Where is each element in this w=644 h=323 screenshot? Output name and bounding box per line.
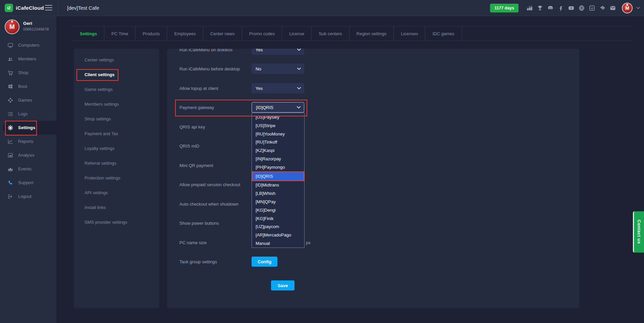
globe-icon[interactable]	[578, 5, 585, 11]
main-content: SettingsPC TimeProductsEmployeesCenter n…	[56, 16, 644, 323]
dropdown-option-us-paysley[interactable]: [US]Paysley	[252, 113, 304, 121]
contact-us-tab[interactable]: Contact us	[633, 211, 644, 253]
dropdown-option-id-qris[interactable]: [ID]QRIS	[252, 171, 304, 181]
settings-menu-item-referral-settings[interactable]: Referral settings	[74, 156, 159, 170]
tab-licenses[interactable]: Licenses	[394, 26, 425, 41]
cafe-title: [dev]Test Cafe	[67, 0, 99, 16]
run-icafemenu-on-diskless-select[interactable]: Yes	[252, 49, 304, 55]
cart-icon	[7, 70, 13, 76]
user-id: 008612345678	[23, 27, 49, 31]
save-button[interactable]: Save	[271, 280, 294, 290]
chevron-down-icon	[297, 106, 301, 109]
settings-menu-item-client-settings[interactable]: Client settings	[74, 67, 159, 82]
days-remaining-badge[interactable]: 1177 days	[490, 4, 519, 12]
sidebar-item-analysis[interactable]: Analysis	[0, 148, 56, 162]
sidebar: M Geri 008612345678 Computers Members Sh…	[0, 16, 56, 323]
config-button[interactable]: Config	[252, 257, 277, 267]
sidebar-item-logs[interactable]: Logs	[0, 107, 56, 121]
sidebar-item-logout[interactable]: Logout	[0, 190, 56, 203]
chart-line-icon	[7, 139, 13, 145]
dropdown-option-ar-mercadopago[interactable]: [AR]MercadoPago	[252, 231, 304, 239]
settings-menu-item-loyalty-settings[interactable]: Loyalty settings	[74, 141, 159, 156]
brand-name: iCafeCloud	[16, 5, 44, 11]
user-avatar[interactable]: M	[622, 3, 633, 13]
dropdown-option-kg-dengi[interactable]: [KG]Dengi	[252, 206, 304, 214]
sidebar-item-computers[interactable]: Computers	[0, 38, 56, 52]
tab-settings[interactable]: Settings	[73, 26, 104, 41]
phone-icon	[7, 180, 13, 186]
form-row-task-group-settings: Task group settings Config	[167, 252, 579, 272]
sidebar-item-shop[interactable]: Shop	[0, 66, 56, 79]
sidebar-avatar[interactable]: M	[5, 19, 19, 34]
settings-menu-item-shop-settings[interactable]: Shop settings	[74, 111, 159, 126]
chevron-down-icon	[297, 49, 301, 51]
tabs-bar: SettingsPC TimeProductsEmployeesCenter n…	[73, 26, 632, 41]
settings-menu-item-members-settings[interactable]: Members settings	[74, 97, 159, 111]
dropdown-option-us-stripe[interactable]: [US]Stripe	[252, 121, 304, 130]
tab-pc-time[interactable]: PC Time	[104, 26, 136, 41]
sidebar-item-boot[interactable]: Boot	[0, 79, 56, 93]
youtube-icon[interactable]	[568, 5, 575, 11]
logout-icon	[7, 194, 13, 200]
sidebar-item-support[interactable]: Support	[0, 176, 56, 190]
tab-license[interactable]: License	[282, 26, 312, 41]
dropdown-option-kz-kaspi[interactable]: [KZ]Kaspi	[252, 146, 304, 155]
tab-region-settings[interactable]: Region settings	[350, 26, 394, 41]
dropdown-option-ph-paymongo[interactable]: [PH]Paymongo	[252, 163, 304, 171]
ranking-icon[interactable]	[526, 5, 533, 11]
select-value: [ID]QRIS	[256, 105, 273, 110]
settings-submenu-panel: Center settings Client settings Game set…	[74, 49, 159, 308]
sidebar-item-members[interactable]: Members	[0, 52, 56, 66]
client-settings-form-panel: Run iCafeMenu on diskless Yes Run iCafeM…	[167, 49, 579, 308]
sidebar-item-settings[interactable]: Settings	[0, 121, 56, 134]
dropdown-option-lb-whish[interactable]: [LB]Whish	[252, 189, 304, 198]
dropdown-option-kg-finik[interactable]: [KG]Finik	[252, 214, 304, 223]
tab-employees[interactable]: Employees	[167, 26, 203, 41]
topbar: i2 iCafeCloud [dev]Test Cafe 1177 days i…	[0, 0, 644, 16]
chart-area-icon	[7, 152, 13, 158]
icafecloud-icon[interactable]: i2	[589, 5, 595, 11]
facebook-icon[interactable]	[557, 5, 564, 11]
members-icon	[7, 56, 13, 62]
settings-menu-item-game-settings[interactable]: Game settings	[74, 82, 159, 97]
trophy-icon[interactable]	[537, 5, 543, 11]
dropdown-option-ru-tinkoff[interactable]: [RU]Tinkoff	[252, 138, 304, 146]
dropdown-option-mn-qpay[interactable]: [MN]QPay	[252, 198, 304, 206]
dropdown-option-uz-paycom[interactable]: [UZ]paycom	[252, 223, 304, 231]
tab-idc-games[interactable]: IDC games	[425, 26, 462, 41]
tab-sub-centers[interactable]: Sub centers	[312, 26, 349, 41]
payment-gateway-dropdown: [US]Paysley [US]Stripe [RU]YooMoney [RU]…	[252, 113, 305, 248]
select-value: Yes	[256, 49, 263, 52]
dropdown-option-id-midtrans[interactable]: [ID]Midtrans	[252, 181, 304, 190]
settings-submenu: Center settings Client settings Game set…	[74, 52, 159, 229]
settings-menu-item-sms-provider-settings[interactable]: SMS provider settings	[74, 215, 159, 229]
settings-menu-item-protection-settings[interactable]: Protection settings	[74, 170, 159, 185]
user-block: M Geri 008612345678	[5, 19, 49, 34]
dropdown-option-manual[interactable]: Manual	[252, 239, 304, 248]
topbar-divider	[58, 0, 58, 16]
payment-gateway-select[interactable]: [ID]QRIS	[252, 102, 304, 113]
hamburger-menu-button[interactable]	[45, 5, 52, 10]
tab-promo-codes[interactable]: Promo codes	[242, 26, 282, 41]
form-row-qris-api-key: QRIS api key	[167, 117, 579, 137]
sidebar-nav: Computers Members Shop Boot Games Logs	[0, 38, 56, 203]
sidebar-item-events[interactable]: Events	[0, 162, 56, 176]
dropdown-option-in-razorpay[interactable]: [IN]Razorpay	[252, 155, 304, 163]
run-icafemenu-before-desktop-select[interactable]: No	[252, 64, 304, 74]
topbar-actions: 1177 days i2 M	[490, 0, 640, 16]
layers-icon[interactable]	[599, 5, 606, 11]
sidebar-item-games[interactable]: Games	[0, 93, 56, 107]
discord-icon[interactable]	[547, 5, 554, 11]
tab-center-news[interactable]: Center news	[203, 26, 242, 41]
allow-topup-at-client-select[interactable]: Yes	[252, 83, 304, 93]
settings-menu-item-api-settings[interactable]: API settings	[74, 185, 159, 200]
sidebar-item-reports[interactable]: Reports	[0, 134, 56, 148]
settings-menu-item-install-links[interactable]: Install links	[74, 200, 159, 215]
settings-menu-item-center-settings[interactable]: Center settings	[74, 52, 159, 67]
chevron-down-icon	[297, 87, 301, 89]
mail-icon[interactable]	[609, 5, 616, 11]
user-menu-chevron-icon[interactable]	[636, 7, 640, 9]
settings-menu-item-payment-and-tax[interactable]: Payment and Tax	[74, 126, 159, 141]
tab-products[interactable]: Products	[136, 26, 167, 41]
dropdown-option-ru-yoomoney[interactable]: [RU]YooMoney	[252, 130, 304, 138]
